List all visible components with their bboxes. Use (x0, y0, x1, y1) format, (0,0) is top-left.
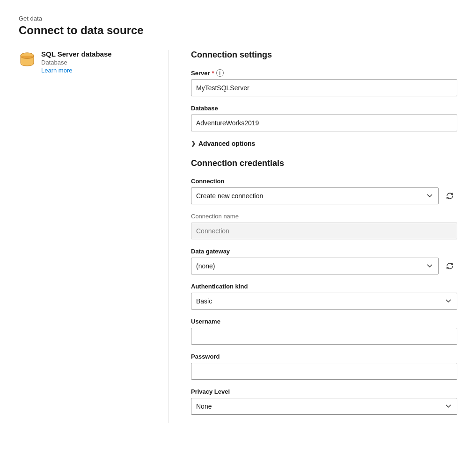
breadcrumb: Get data (19, 15, 457, 22)
connection-select[interactable]: Create new connection (191, 187, 439, 204)
connection-name-label: Connection name (191, 213, 457, 220)
sidebar-item-subtitle: Database (41, 59, 112, 66)
password-label: Password (191, 353, 457, 360)
sidebar: SQL Server database Database Learn more (19, 50, 168, 423)
data-gateway-field-group: Data gateway (none) (191, 248, 457, 274)
privacy-level-label: Privacy Level (191, 388, 457, 395)
content-area: Connection settings Server * i Database … (168, 50, 457, 423)
page-container: Get data Connect to data source SQL Serv… (0, 0, 476, 438)
privacy-level-select[interactable]: None Public Organizational Private (191, 398, 457, 415)
auth-kind-field-group: Authentication kind Basic Windows OAuth2 (191, 283, 457, 310)
advanced-options-toggle[interactable]: ❯ Advanced options (191, 140, 457, 147)
database-field-group: Database (191, 105, 457, 131)
server-label: Server * i (191, 69, 457, 77)
refresh-icon (446, 262, 454, 270)
connection-name-field-group: Connection name (191, 213, 457, 239)
server-info-icon[interactable]: i (216, 69, 224, 77)
data-gateway-label: Data gateway (191, 248, 457, 255)
database-label: Database (191, 105, 457, 112)
connection-credentials-title: Connection credentials (191, 158, 457, 168)
connection-settings-section: Connection settings Server * i Database … (191, 50, 457, 147)
sidebar-item: SQL Server database Database Learn more (19, 50, 149, 74)
auth-kind-label: Authentication kind (191, 283, 457, 290)
connection-field-group: Connection Create new connection (191, 178, 457, 204)
username-field-group: Username (191, 318, 457, 345)
sidebar-item-title: SQL Server database (41, 50, 112, 58)
data-gateway-dropdown-wrapper: (none) (191, 258, 457, 274)
server-input[interactable] (191, 79, 457, 96)
auth-kind-select[interactable]: Basic Windows OAuth2 (191, 293, 457, 310)
main-layout: SQL Server database Database Learn more … (19, 50, 457, 423)
password-field-group: Password (191, 353, 457, 380)
connection-credentials-section: Connection credentials Connection Create… (191, 158, 457, 415)
sidebar-text: SQL Server database Database Learn more (41, 50, 112, 74)
database-icon (19, 51, 36, 68)
required-indicator: * (212, 70, 214, 77)
connection-dropdown-wrapper: Create new connection (191, 187, 457, 204)
data-gateway-select[interactable]: (none) (191, 258, 439, 274)
learn-more-link[interactable]: Learn more (41, 67, 112, 74)
connection-settings-title: Connection settings (191, 50, 457, 60)
username-label: Username (191, 318, 457, 325)
connection-refresh-button[interactable] (442, 188, 457, 203)
privacy-level-field-group: Privacy Level None Public Organizational… (191, 388, 457, 415)
password-input[interactable] (191, 363, 457, 380)
username-input[interactable] (191, 328, 457, 345)
page-title: Connect to data source (19, 24, 457, 37)
database-input[interactable] (191, 115, 457, 131)
chevron-right-icon: ❯ (191, 140, 196, 147)
connection-name-input[interactable] (191, 223, 457, 239)
server-field-group: Server * i (191, 69, 457, 96)
refresh-icon (446, 192, 454, 200)
connection-label: Connection (191, 178, 457, 185)
data-gateway-refresh-button[interactable] (442, 259, 457, 274)
